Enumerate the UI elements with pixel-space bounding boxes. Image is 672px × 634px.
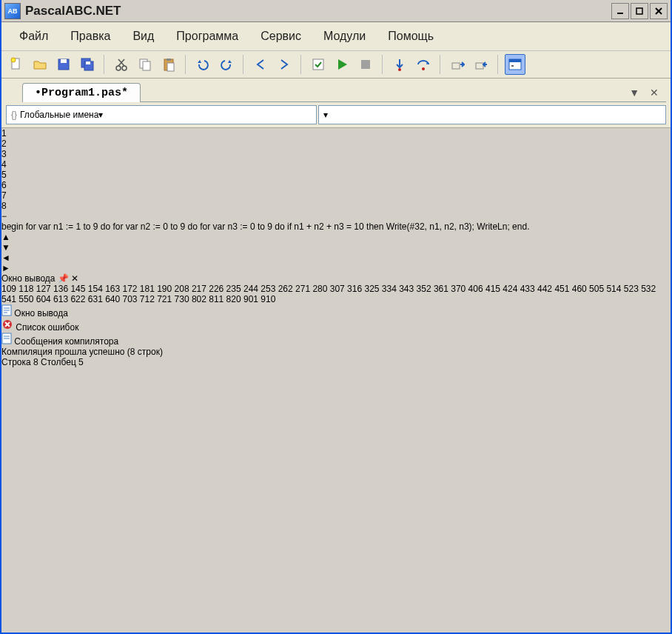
menu-program[interactable]: Программа bbox=[166, 27, 249, 46]
save-icon[interactable] bbox=[53, 54, 74, 75]
svg-rect-19 bbox=[167, 63, 174, 71]
open-icon[interactable] bbox=[30, 54, 50, 75]
status-compile: Компиляция прошла успешно (8 строк) bbox=[1, 347, 671, 357]
menu-service[interactable]: Сервис bbox=[250, 27, 312, 46]
breakpoint-icon[interactable] bbox=[471, 54, 491, 75]
stop-icon[interactable] bbox=[355, 54, 376, 75]
document-tabs: •Program1.pas* ▼ ✕ bbox=[1, 79, 671, 102]
close-button[interactable] bbox=[650, 3, 668, 19]
tab-errors[interactable]: Список ошибок bbox=[1, 318, 671, 333]
minimize-button[interactable] bbox=[611, 3, 629, 19]
window-title: PascalABC.NET bbox=[25, 4, 611, 19]
scope-combo[interactable]: {} Глобальные имена ▾ bbox=[6, 105, 317, 124]
cut-icon[interactable] bbox=[111, 54, 132, 75]
menubar: Файл Правка Вид Программа Сервис Модули … bbox=[1, 22, 671, 51]
step-out-icon[interactable] bbox=[447, 54, 468, 75]
code-editor[interactable]: 12345678 − begin for var n1 := 1 to 9 do… bbox=[1, 128, 671, 253]
panel-close-icon[interactable]: ✕ bbox=[71, 273, 78, 284]
status-cursor: Строка 8 Столбец 5 bbox=[1, 357, 671, 367]
nav-back-icon[interactable] bbox=[250, 54, 271, 75]
fold-column: − bbox=[1, 211, 671, 221]
menu-modules[interactable]: Модули bbox=[313, 27, 376, 46]
member-combo[interactable]: ▾ bbox=[318, 105, 666, 124]
tab-dropdown-icon[interactable]: ▼ bbox=[626, 85, 642, 100]
titlebar: AB PascalABC.NET bbox=[1, 0, 671, 22]
page-icon bbox=[1, 336, 12, 347]
horizontal-scrollbar[interactable]: ◄ ► bbox=[1, 253, 671, 273]
svg-rect-20 bbox=[313, 59, 323, 70]
svg-rect-25 bbox=[476, 63, 483, 69]
braces-icon: {} bbox=[11, 110, 17, 120]
statusbar: Компиляция прошла успешно (8 строк) Стро… bbox=[1, 347, 671, 367]
svg-rect-7 bbox=[61, 59, 67, 63]
page-icon bbox=[1, 308, 12, 318]
svg-rect-21 bbox=[361, 60, 370, 69]
fold-toggle-icon[interactable]: − bbox=[1, 211, 671, 221]
scope-bar: {} Глобальные имена ▾ ▾ bbox=[1, 102, 671, 128]
svg-point-5 bbox=[11, 58, 16, 62]
tab-label: •Program1.pas* bbox=[35, 87, 128, 99]
menu-edit[interactable]: Правка bbox=[60, 27, 121, 46]
copy-icon[interactable] bbox=[135, 54, 155, 75]
code-area[interactable]: begin for var n1 := 1 to 9 do for var n2… bbox=[1, 221, 671, 232]
output-window-icon[interactable] bbox=[505, 54, 525, 75]
undo-icon[interactable] bbox=[192, 54, 213, 75]
vertical-scrollbar[interactable]: ▲ ▼ bbox=[1, 232, 671, 253]
svg-point-23 bbox=[422, 67, 425, 70]
scroll-up-icon[interactable]: ▲ bbox=[1, 232, 671, 242]
save-all-icon[interactable] bbox=[77, 54, 98, 75]
bottom-tabstrip: Окно вывода Список ошибок Сообщения комп… bbox=[1, 304, 671, 347]
svg-rect-1 bbox=[636, 8, 642, 14]
run-icon[interactable] bbox=[332, 54, 352, 75]
svg-point-22 bbox=[398, 68, 401, 71]
paste-icon[interactable] bbox=[158, 54, 179, 75]
scroll-down-icon[interactable]: ▼ bbox=[1, 242, 671, 253]
scope-combo-text: Глобальные имена bbox=[20, 110, 98, 120]
scroll-left-icon[interactable]: ◄ bbox=[1, 253, 671, 263]
app-icon: AB bbox=[4, 3, 21, 19]
maximize-button[interactable] bbox=[631, 3, 648, 19]
redo-icon[interactable] bbox=[216, 54, 237, 75]
tab-program1[interactable]: •Program1.pas* bbox=[22, 83, 141, 102]
output-panel-header: Окно вывода 📌 ✕ bbox=[1, 273, 671, 284]
menu-view[interactable]: Вид bbox=[122, 27, 164, 46]
tab-compiler-messages[interactable]: Сообщения компилятора bbox=[1, 333, 671, 347]
svg-point-11 bbox=[116, 66, 121, 70]
nav-forward-icon[interactable] bbox=[274, 54, 295, 75]
tab-output[interactable]: Окно вывода bbox=[1, 304, 671, 318]
svg-rect-18 bbox=[167, 59, 171, 61]
pin-icon[interactable]: 📌 bbox=[58, 273, 69, 284]
output-panel-body[interactable]: 109 118 127 136 145 154 163 172 181 190 … bbox=[1, 284, 671, 304]
svg-rect-27 bbox=[509, 59, 521, 62]
compile-icon[interactable] bbox=[308, 54, 329, 75]
chevron-down-icon[interactable]: ▾ bbox=[98, 110, 103, 120]
chevron-down-icon[interactable]: ▾ bbox=[323, 110, 328, 120]
toolbar bbox=[1, 51, 671, 79]
svg-point-12 bbox=[122, 66, 127, 70]
menu-file[interactable]: Файл bbox=[9, 27, 58, 46]
output-panel-title: Окно вывода bbox=[1, 273, 56, 284]
scroll-right-icon[interactable]: ► bbox=[1, 263, 671, 273]
menu-help[interactable]: Помощь bbox=[377, 27, 444, 46]
step-into-icon[interactable] bbox=[389, 54, 410, 75]
svg-rect-10 bbox=[86, 61, 90, 64]
svg-rect-16 bbox=[143, 61, 150, 70]
line-gutter: 12345678 bbox=[1, 128, 671, 211]
step-over-icon[interactable] bbox=[413, 54, 434, 75]
new-file-icon[interactable] bbox=[6, 54, 27, 75]
svg-rect-24 bbox=[452, 63, 460, 69]
tab-close-icon[interactable]: ✕ bbox=[647, 85, 662, 100]
error-icon bbox=[1, 322, 13, 333]
